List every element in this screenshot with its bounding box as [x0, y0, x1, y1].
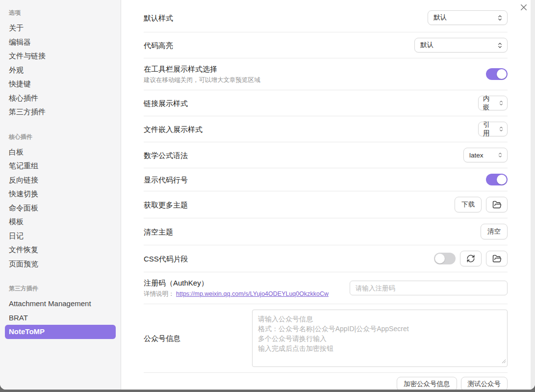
clear-theme-button[interactable]: 清空	[481, 224, 508, 239]
settings-sidebar: 选项 关于 编辑器 文件与链接 外观 快捷键 核心插件 第三方插件 核心插件 白…	[0, 0, 121, 390]
authkey-input[interactable]	[350, 281, 508, 295]
sidebar-item-note-composer[interactable]: 笔记重组	[5, 159, 116, 173]
footer-actions: 加密公众号信息 测试公众号	[144, 373, 508, 390]
authkey-help-link[interactable]: https://mp.weixin.qq.com/s/LYujo4ODEYLuq…	[176, 290, 329, 297]
sidebar-group-core-plugins: 核心插件 白板 笔记重组 反向链接 快速切换 命令面板 模板 日记 文件恢复 页…	[5, 132, 116, 271]
sidebar-heading-community-plugins: 第三方插件	[5, 284, 116, 297]
setting-label: 链接展示样式	[144, 98, 188, 108]
settings-modal: 选项 关于 编辑器 文件与链接 外观 快捷键 核心插件 第三方插件 核心插件 白…	[0, 0, 535, 390]
chevron-updown-icon	[499, 126, 504, 132]
test-mp-button[interactable]: 测试公众号	[461, 377, 508, 390]
setting-label: 清空主题	[144, 227, 173, 237]
setting-label: 数学公式语法	[144, 150, 188, 160]
select-value: 内嵌	[483, 94, 495, 112]
toolbar-style-toggle[interactable]	[486, 68, 508, 80]
code-highlight-select[interactable]: 默认	[414, 38, 508, 52]
select-value: 默认	[433, 13, 447, 22]
setting-label: 显示代码行号	[144, 175, 188, 185]
setting-label: CSS代码片段	[144, 254, 188, 264]
toggle-knob	[497, 175, 507, 184]
setting-row-link-style: 链接展示样式 内嵌	[144, 90, 508, 116]
sidebar-item-canvas[interactable]: 白板	[5, 145, 116, 159]
mp-info-textarea[interactable]	[252, 310, 508, 367]
select-value: 默认	[420, 41, 433, 50]
setting-row-mp-info: 公众号信息	[144, 304, 508, 373]
settings-panel: 默认样式 默认 代码高亮 默认	[121, 0, 535, 390]
open-snippets-folder-button[interactable]	[486, 251, 508, 266]
sidebar-item-quick-switcher[interactable]: 快速切换	[5, 187, 116, 201]
chevron-updown-icon	[498, 152, 503, 158]
refresh-icon	[466, 254, 475, 263]
setting-row-css-snippet: CSS代码片段	[144, 245, 508, 272]
sidebar-item-page-preview[interactable]: 页面预览	[5, 257, 116, 271]
setting-description: 建议在移动端关闭，可以增大文章预览区域	[144, 76, 260, 84]
sidebar-item-notetomp[interactable]: NoteToMP	[5, 325, 116, 339]
setting-row-get-more-themes: 获取更多主题 下载	[144, 191, 508, 218]
setting-row-default-style: 默认样式 默认	[144, 0, 508, 32]
setting-label: 公众号信息	[144, 333, 180, 343]
sidebar-heading-core-plugins: 核心插件	[5, 132, 116, 145]
encrypt-mp-info-button[interactable]: 加密公众号信息	[397, 377, 457, 390]
link-style-select[interactable]: 内嵌	[478, 96, 508, 110]
setting-description: 详情说明： https://mp.weixin.qq.com/s/LYujo4O…	[144, 290, 329, 298]
sidebar-item-templates[interactable]: 模板	[5, 215, 116, 229]
chevron-updown-icon	[497, 15, 503, 21]
setting-label: 在工具栏展示样式选择	[144, 64, 260, 74]
toggle-knob	[435, 254, 445, 263]
file-embed-style-select[interactable]: 引用	[478, 122, 508, 136]
default-style-select[interactable]: 默认	[428, 10, 508, 25]
setting-row-toolbar-style: 在工具栏展示样式选择 建议在移动端关闭，可以增大文章预览区域	[144, 58, 508, 90]
scrollbar-track[interactable]	[531, 0, 535, 390]
folder-open-icon	[492, 254, 502, 263]
sidebar-item-backlinks[interactable]: 反向链接	[5, 173, 116, 187]
sidebar-item-community-plugins[interactable]: 第三方插件	[5, 105, 116, 119]
setting-label: 代码高亮	[144, 40, 173, 51]
sidebar-heading-options: 选项	[5, 8, 116, 21]
setting-row-file-embed-style: 文件嵌入展示样式 引用	[144, 116, 508, 142]
setting-row-clear-theme: 清空主题 清空	[144, 218, 508, 245]
toggle-knob	[497, 69, 507, 79]
math-syntax-select[interactable]: latex	[463, 148, 508, 162]
reload-snippets-button[interactable]	[460, 251, 482, 266]
sidebar-group-community-plugins: 第三方插件 Attachment Management BRAT NoteToM…	[5, 284, 116, 339]
close-icon[interactable]	[519, 2, 529, 12]
sidebar-item-core-plugins[interactable]: 核心插件	[5, 91, 116, 105]
setting-label: 默认样式	[144, 13, 173, 23]
sidebar-group-options: 选项 关于 编辑器 文件与链接 外观 快捷键 核心插件 第三方插件	[5, 8, 116, 119]
sidebar-item-files-links[interactable]: 文件与链接	[5, 49, 116, 63]
sidebar-item-attachment-management[interactable]: Attachment Management	[5, 297, 116, 311]
sidebar-item-brat[interactable]: BRAT	[5, 311, 116, 325]
folder-open-icon	[492, 200, 502, 209]
setting-row-show-line-numbers: 显示代码行号	[144, 168, 508, 191]
css-snippet-toggle[interactable]	[434, 253, 456, 264]
sidebar-item-command-palette[interactable]: 命令面板	[5, 201, 116, 215]
open-themes-folder-button[interactable]	[486, 197, 508, 212]
setting-label: 注册码（AuthKey）	[144, 278, 329, 288]
sidebar-item-daily-notes[interactable]: 日记	[5, 229, 116, 243]
select-value: 引用	[483, 120, 495, 138]
chevron-updown-icon	[499, 100, 504, 106]
setting-label: 获取更多主题	[144, 200, 188, 210]
authkey-desc-prefix: 详情说明：	[144, 290, 175, 297]
sidebar-item-editor[interactable]: 编辑器	[5, 35, 116, 50]
sidebar-item-about[interactable]: 关于	[5, 21, 116, 35]
sidebar-item-file-recovery[interactable]: 文件恢复	[5, 243, 116, 257]
show-line-numbers-toggle[interactable]	[486, 174, 508, 185]
select-value: latex	[469, 152, 484, 159]
setting-row-math-syntax: 数学公式语法 latex	[144, 142, 508, 168]
setting-row-code-highlight: 代码高亮 默认	[144, 32, 508, 58]
sidebar-item-appearance[interactable]: 外观	[5, 63, 116, 78]
chevron-updown-icon	[497, 42, 503, 49]
setting-label: 文件嵌入展示样式	[144, 124, 203, 134]
download-themes-button[interactable]: 下载	[455, 197, 482, 212]
setting-row-authkey: 注册码（AuthKey） 详情说明： https://mp.weixin.qq.…	[144, 272, 508, 304]
sidebar-item-hotkeys[interactable]: 快捷键	[5, 77, 116, 91]
